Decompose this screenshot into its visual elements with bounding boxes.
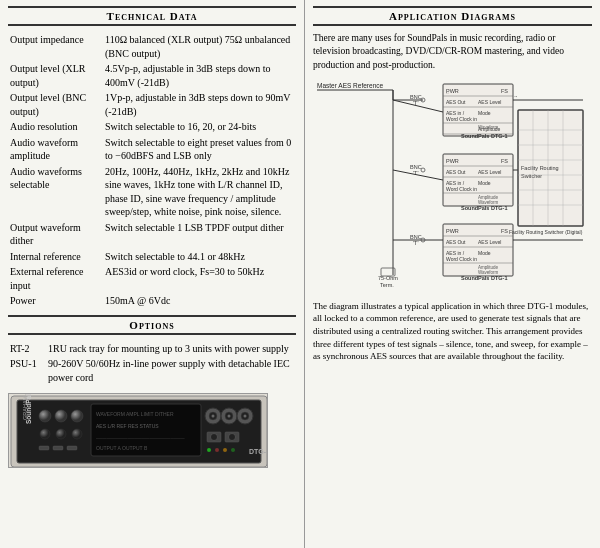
svg-rect-11 xyxy=(53,446,63,450)
app-diagrams-header: Application Diagrams xyxy=(313,6,592,26)
svg-text:Facility Routing: Facility Routing xyxy=(521,165,559,171)
svg-rect-10 xyxy=(39,446,49,450)
svg-text:AES Level: AES Level xyxy=(478,99,501,105)
tech-row-value: Switch selectable to 44.1 or 48kHz xyxy=(103,249,296,265)
svg-text:DTG-1: DTG-1 xyxy=(249,448,268,455)
technical-data-table: Output impedance110Ω balanced (XLR outpu… xyxy=(8,32,296,309)
svg-point-33 xyxy=(223,448,227,452)
svg-point-20 xyxy=(212,415,215,418)
svg-text:Mode: Mode xyxy=(478,250,491,256)
tech-row-label: Audio waveforms selectable xyxy=(8,164,103,220)
tech-row-label: Audio resolution xyxy=(8,119,103,135)
tech-data-row: Output impedance110Ω balanced (XLR outpu… xyxy=(8,32,296,61)
svg-text:Term.: Term. xyxy=(380,282,394,288)
app-intro-text: There are many uses for SoundPals in mus… xyxy=(313,32,592,72)
option-desc: 90-260V 50/60Hz in-line power supply wit… xyxy=(46,356,296,385)
svg-text:Waveform: Waveform xyxy=(478,125,499,130)
svg-text:SoundPals DTG-1: SoundPals DTG-1 xyxy=(461,205,507,211)
tech-data-row: Audio waveform amplitudeSwitch selectabl… xyxy=(8,135,296,164)
tech-data-row: Output level (BNC output)1Vp-p, adjustab… xyxy=(8,90,296,119)
technical-data-header: Technical Data xyxy=(8,6,296,26)
svg-text:SoundPals DTG-1: SoundPals DTG-1 xyxy=(461,133,507,139)
svg-text:PWR: PWR xyxy=(446,228,459,234)
tech-data-row: Power150mA @ 6Vdc xyxy=(8,293,296,309)
svg-point-30 xyxy=(229,434,236,441)
svg-text:Mode: Mode xyxy=(478,110,491,116)
svg-point-5 xyxy=(55,410,67,422)
option-desc: 1RU rack tray for mounting up to 3 units… xyxy=(46,341,296,357)
tech-data-row: Audio resolutionSwitch selectable to 16,… xyxy=(8,119,296,135)
application-diagram: Master AES Reference PWR FS AES Out AES … xyxy=(313,80,596,290)
svg-point-8 xyxy=(56,429,66,439)
svg-point-34 xyxy=(231,448,235,452)
svg-point-6 xyxy=(71,410,83,422)
tech-row-label: Output impedance xyxy=(8,32,103,61)
tech-data-row: External reference inputAES3id or word c… xyxy=(8,264,296,293)
svg-text:FS: FS xyxy=(501,158,508,164)
right-panel: Application Diagrams There are many uses… xyxy=(305,0,600,548)
options-row: RT-21RU rack tray for mounting up to 3 u… xyxy=(8,341,296,357)
tech-data-row: Audio waveforms selectable20Hz, 100Hz, 4… xyxy=(8,164,296,220)
svg-text:AES Out: AES Out xyxy=(446,99,466,105)
svg-text:FS: FS xyxy=(501,228,508,234)
option-code: RT-2 xyxy=(8,341,46,357)
left-panel: Technical Data Output impedance110Ω bala… xyxy=(0,0,305,548)
tech-row-label: Power xyxy=(8,293,103,309)
options-row: PSU-190-260V 50/60Hz in-line power suppl… xyxy=(8,356,296,385)
svg-text:'T': 'T' xyxy=(413,170,418,176)
svg-text:AES L/R    REF    RES   STATUS: AES L/R REF RES STATUS xyxy=(96,423,159,429)
tech-row-value: 20Hz, 100Hz, 440Hz, 1kHz, 2kHz and 10kHz… xyxy=(103,164,296,220)
svg-text:'T': 'T' xyxy=(413,100,418,106)
svg-text:OUTPUT A   OUTPUT B: OUTPUT A OUTPUT B xyxy=(96,445,148,451)
svg-text:AES Out: AES Out xyxy=(446,169,466,175)
svg-text:Word Clock in: Word Clock in xyxy=(446,256,477,262)
tech-data-row: Output level (XLR output)4.5Vp-p, adjust… xyxy=(8,61,296,90)
svg-text:SoundPals DTG-1: SoundPals DTG-1 xyxy=(461,275,507,281)
svg-point-32 xyxy=(215,448,219,452)
svg-text:AES Level: AES Level xyxy=(478,169,501,175)
svg-text:AES Out: AES Out xyxy=(446,239,466,245)
tech-row-value: Switch selectable to eight preset values… xyxy=(103,135,296,164)
svg-text:AES Level: AES Level xyxy=(478,239,501,245)
svg-text:Mode: Mode xyxy=(478,180,491,186)
svg-text:Word Clock in: Word Clock in xyxy=(446,116,477,122)
options-header: Options xyxy=(8,315,296,335)
tech-row-label: Output waveform dither xyxy=(8,220,103,249)
tech-row-label: Output level (BNC output) xyxy=(8,90,103,119)
svg-text:→: → xyxy=(513,93,518,99)
svg-point-26 xyxy=(244,415,247,418)
svg-point-7 xyxy=(40,429,50,439)
svg-text:Facility Routing Switcher (Dig: Facility Routing Switcher (Digital) xyxy=(509,229,583,235)
device-svg: GRAHAM-PATTEN SoundPals WAVEFORM AMPL LI… xyxy=(9,394,268,468)
app-description-text: The diagram illustrates a typical applic… xyxy=(313,300,592,363)
options-table: RT-21RU rack tray for mounting up to 3 u… xyxy=(8,341,296,386)
tech-row-value: 4.5Vp-p, adjustable in 3dB steps down to… xyxy=(103,61,296,90)
svg-point-23 xyxy=(228,415,231,418)
tech-row-label: Internal reference xyxy=(8,249,103,265)
svg-text:SoundPals: SoundPals xyxy=(25,394,32,424)
option-code: PSU-1 xyxy=(8,356,46,385)
svg-text:'T': 'T' xyxy=(413,240,418,246)
svg-point-80 xyxy=(421,168,425,172)
svg-point-4 xyxy=(39,410,51,422)
tech-row-value: 1Vp-p, adjustable in 3dB steps down to 9… xyxy=(103,90,296,119)
svg-point-9 xyxy=(72,429,82,439)
tech-row-value: Switch selectable 1 LSB TPDF output dith… xyxy=(103,220,296,249)
svg-text:WAVEFORM  AMPL  LIMIT  DITHER: WAVEFORM AMPL LIMIT DITHER xyxy=(96,411,174,417)
tech-data-row: Internal referenceSwitch selectable to 4… xyxy=(8,249,296,265)
tech-row-value: 110Ω balanced (XLR output) 75Ω unbalance… xyxy=(103,32,296,61)
device-image: GRAHAM-PATTEN SoundPals WAVEFORM AMPL LI… xyxy=(8,393,268,468)
diagram-container: Master AES Reference PWR FS AES Out AES … xyxy=(313,80,592,292)
tech-data-row: Output waveform ditherSwitch selectable … xyxy=(8,220,296,249)
tech-row-label: External reference input xyxy=(8,264,103,293)
svg-rect-12 xyxy=(67,446,77,450)
svg-text:FS: FS xyxy=(501,88,508,94)
svg-text:Word Clock in: Word Clock in xyxy=(446,186,477,192)
svg-text:Master AES Reference: Master AES Reference xyxy=(317,82,383,89)
svg-text:PWR: PWR xyxy=(446,158,459,164)
tech-row-value: Switch selectable to 16, 20, or 24-bits xyxy=(103,119,296,135)
tech-row-value: AES3id or word clock, Fs=30 to 50kHz xyxy=(103,264,296,293)
svg-text:─────────────────────────: ───────────────────────── xyxy=(95,435,185,441)
tech-row-label: Output level (XLR output) xyxy=(8,61,103,90)
tech-row-value: 150mA @ 6Vdc xyxy=(103,293,296,309)
